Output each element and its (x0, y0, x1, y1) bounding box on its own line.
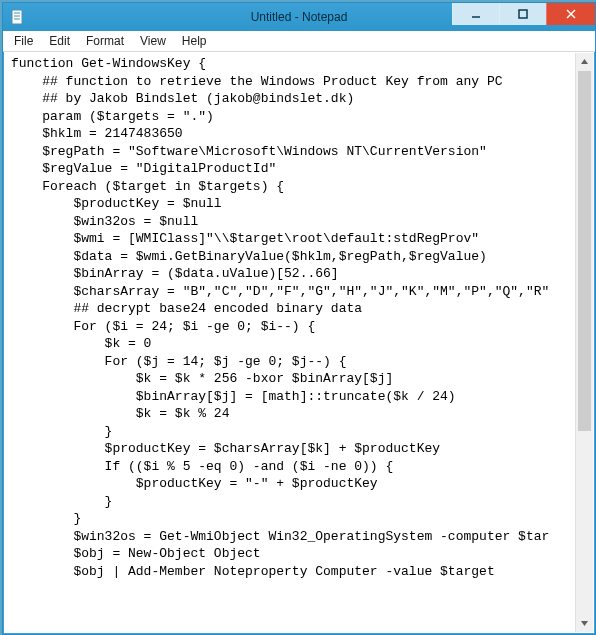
menu-format[interactable]: Format (79, 32, 131, 50)
client-area: function Get-WindowsKey { ## function to… (5, 53, 593, 632)
chevron-down-icon (580, 619, 589, 628)
notepad-icon (9, 8, 27, 26)
scroll-up-button[interactable] (576, 53, 593, 70)
scroll-down-button[interactable] (576, 615, 593, 632)
menu-edit[interactable]: Edit (42, 32, 77, 50)
minimize-icon (471, 9, 481, 19)
scroll-thumb[interactable] (578, 71, 591, 431)
close-button[interactable] (546, 3, 595, 25)
menu-help[interactable]: Help (175, 32, 214, 50)
menubar: File Edit Format View Help (3, 31, 595, 52)
chevron-up-icon (580, 57, 589, 66)
menu-view[interactable]: View (133, 32, 173, 50)
text-editor[interactable]: function Get-WindowsKey { ## function to… (5, 53, 575, 632)
menu-file[interactable]: File (7, 32, 40, 50)
close-icon (566, 9, 576, 19)
svg-marker-9 (581, 621, 588, 626)
notepad-window: Untitled - Notepad File Edit Format View… (2, 2, 596, 635)
minimize-button[interactable] (452, 3, 499, 25)
svg-rect-5 (519, 10, 527, 18)
svg-rect-0 (12, 10, 22, 24)
titlebar[interactable]: Untitled - Notepad (3, 3, 595, 31)
maximize-icon (518, 9, 528, 19)
maximize-button[interactable] (499, 3, 546, 25)
window-controls (452, 3, 595, 31)
vertical-scrollbar[interactable] (575, 53, 593, 632)
svg-marker-8 (581, 59, 588, 64)
